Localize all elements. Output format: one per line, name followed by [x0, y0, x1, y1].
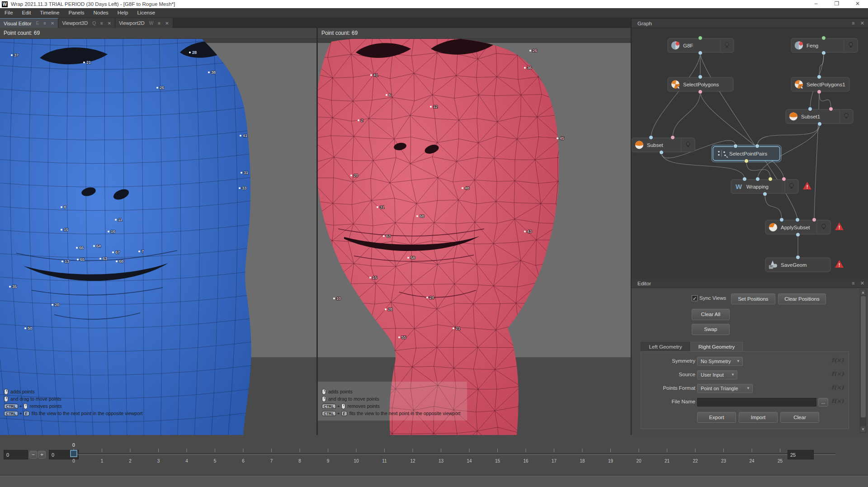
tab-menu-icon[interactable]: ≡ [158, 21, 160, 26]
output-port-pink[interactable] [698, 90, 703, 94]
editor-scrollbar[interactable]: ▲ ▼ [860, 289, 866, 433]
tab-left-geometry[interactable]: Left Geometry [641, 342, 690, 352]
editor-menu-icon[interactable]: ≡ [852, 280, 854, 286]
point-dot [430, 106, 432, 108]
scroll-down-icon[interactable]: ▼ [860, 426, 866, 432]
file-name-fx-icon[interactable]: f(×) [831, 397, 844, 404]
input-port-pink[interactable] [671, 136, 675, 140]
output-port-blue[interactable] [822, 51, 826, 55]
graph-node-applysubset[interactable]: ApplySubset! [765, 218, 844, 237]
tab-close-icon[interactable]: ✕ [51, 21, 54, 26]
scrollbar-thumb[interactable] [861, 296, 866, 417]
clear-positions-button[interactable]: Clear Positions [778, 293, 826, 304]
tab-viewport2d[interactable]: Viewport2DW≡✕ [115, 18, 173, 28]
input-port-pink[interactable] [782, 177, 786, 181]
warning-icon[interactable]: ! [835, 260, 844, 268]
input-port-blue[interactable] [817, 75, 821, 79]
points-format-fx-icon[interactable]: f(×) [831, 384, 844, 391]
graph-node-selectpolygons[interactable]: SelectPolygons [668, 75, 733, 94]
menu-help[interactable]: Help [113, 8, 133, 18]
points-format-select[interactable]: Point on Triangle▼ [697, 384, 753, 393]
input-port-green[interactable] [822, 36, 826, 40]
clear-all-button[interactable]: Clear All [692, 309, 730, 320]
input-port-blue[interactable] [780, 218, 784, 222]
input-port-blue[interactable] [796, 218, 800, 222]
output-port-blue[interactable] [660, 151, 664, 155]
source-fx-icon[interactable]: f(×) [831, 370, 844, 377]
input-port-pink[interactable] [829, 107, 833, 111]
graph-node-subset[interactable]: Subset [632, 136, 695, 155]
file-name-input[interactable] [697, 398, 816, 407]
output-port-yellow[interactable] [745, 159, 749, 163]
source-select[interactable]: User Input▼ [697, 370, 737, 379]
graph-node-selectpointpairs[interactable]: SelectPointPairs [712, 144, 781, 163]
menu-license[interactable]: License [132, 8, 160, 18]
playhead-handle[interactable] [71, 450, 77, 457]
input-port-green[interactable] [698, 36, 703, 40]
import-button[interactable]: Import [739, 412, 778, 423]
viewport-left-3d[interactable]: Point count: 69 [0, 28, 316, 435]
input-port-blue[interactable] [743, 177, 747, 181]
output-port-blue[interactable] [763, 192, 767, 196]
blue-face-mesh[interactable] [0, 39, 251, 435]
output-port-pink[interactable] [817, 90, 821, 94]
tab-viewport3d[interactable]: Viewport3DQ≡✕ [58, 18, 115, 28]
tab-close-icon[interactable]: ✕ [165, 21, 169, 26]
tab-right-geometry[interactable]: Right Geometry [690, 342, 743, 352]
graph-node-selectpolygons1[interactable]: SelectPolygons1 [791, 75, 849, 94]
restore-icon[interactable]: ❐ [826, 0, 847, 8]
input-port-pink[interactable] [812, 218, 816, 222]
warning-icon[interactable]: ! [803, 182, 811, 189]
input-port-blue[interactable] [756, 177, 760, 181]
browse-button[interactable]: ... [818, 398, 828, 407]
warning-icon[interactable]: ! [835, 222, 844, 230]
export-button[interactable]: Export [697, 412, 736, 423]
graph-close-icon[interactable]: ✕ [860, 20, 864, 26]
close-icon[interactable]: ✕ [847, 0, 868, 8]
symmetry-select[interactable]: No Symmetry▼ [697, 357, 743, 366]
node-graph-canvas[interactable]: G8FFengSelectPolygonsSelectPolygons1Subs… [632, 28, 868, 279]
minimize-icon[interactable]: – [806, 0, 826, 8]
output-port-blue[interactable] [818, 122, 822, 126]
menu-timeline[interactable]: Timeline [35, 8, 64, 18]
hint-text: fits the view to the next point in the o… [32, 411, 143, 416]
graph-node-savegeom[interactable]: SaveGeom! [765, 255, 844, 272]
point-dot [61, 206, 62, 208]
set-positions-button[interactable]: Set Positions [731, 293, 775, 304]
point-dot [189, 52, 191, 53]
tab-close-icon[interactable]: ✕ [108, 21, 111, 26]
tab-visual-editor[interactable]: Visual EditorE≡✕ [0, 18, 58, 28]
menu-nodes[interactable]: Nodes [89, 8, 113, 18]
left-mesh-canvas[interactable]: 3721283826413133811151664666776563681335… [0, 39, 316, 435]
scroll-up-icon[interactable]: ▲ [860, 289, 866, 295]
symmetry-fx-icon[interactable]: f(×) [831, 357, 844, 364]
graph-node-subset1[interactable]: Subset1 [786, 107, 853, 126]
input-port-blue[interactable] [698, 75, 703, 79]
output-port-blue[interactable] [796, 233, 800, 237]
tab-menu-icon[interactable]: ≡ [43, 21, 46, 26]
input-port-blue[interactable] [755, 144, 760, 148]
viewport-right-3d[interactable]: Point count: 69 [318, 28, 631, 435]
right-mesh-canvas[interactable]: 26364164512248203168634358152428105521 [318, 39, 631, 435]
clear-button[interactable]: Clear [780, 412, 819, 423]
timeline-slider[interactable]: 0123456789101112131415161718192021222324… [0, 435, 868, 475]
graph-node-feng[interactable]: Feng [791, 36, 858, 55]
menu-panels[interactable]: Panels [64, 8, 89, 18]
output-port-blue[interactable] [698, 51, 703, 55]
sync-views-checkbox[interactable]: ✓ [692, 295, 698, 301]
input-port-blue[interactable] [808, 107, 812, 111]
graph-node-g8f[interactable]: G8F [668, 36, 734, 55]
mouse-button-line [324, 397, 325, 399]
graph-menu-icon[interactable]: ≡ [852, 20, 854, 26]
swap-button[interactable]: Swap [692, 324, 730, 335]
input-port-blue[interactable] [734, 144, 738, 148]
menu-file[interactable]: File [0, 8, 18, 18]
input-port-yellow[interactable] [769, 177, 773, 181]
input-port-blue[interactable] [649, 136, 653, 140]
tab-menu-icon[interactable]: ≡ [100, 21, 103, 26]
input-port-blue[interactable] [796, 255, 800, 260]
editor-close-icon[interactable]: ✕ [860, 280, 864, 286]
range-end-input[interactable] [788, 450, 814, 459]
graph-node-wrapping[interactable]: WWrapping! [731, 177, 811, 196]
menu-edit[interactable]: Edit [18, 8, 36, 18]
